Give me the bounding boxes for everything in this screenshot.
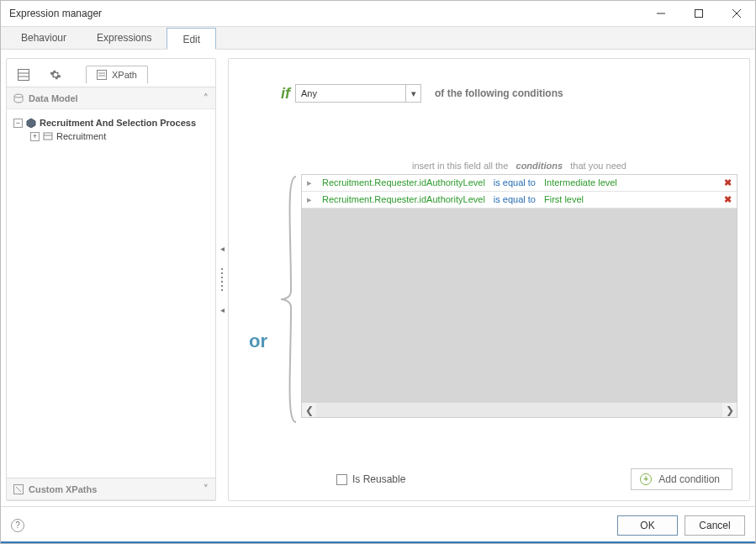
cancel-label: Cancel: [699, 520, 730, 531]
xpath-tab-label: XPath: [112, 70, 137, 80]
gear-icon[interactable]: [47, 66, 64, 83]
chevron-down-icon: ▾: [405, 85, 420, 102]
or-block: or insert in this field all the conditio…: [241, 114, 737, 458]
tree-root-label: Recruitment And Selection Process: [40, 118, 196, 128]
conditions-empty-area: [302, 209, 737, 403]
data-model-header[interactable]: Data Model ˄: [7, 87, 215, 109]
svg-rect-7: [98, 71, 107, 80]
is-reusable-checkbox[interactable]: [336, 474, 347, 485]
splitter-dots: [221, 268, 223, 291]
svg-rect-4: [19, 69, 29, 80]
is-reusable-label: Is Reusable: [352, 473, 405, 485]
window-title: Expression manager: [9, 8, 102, 19]
data-model-tree: − Recruitment And Selection Process + Re…: [7, 109, 215, 478]
tree-child-row[interactable]: + Recruitment: [12, 129, 210, 143]
condition-op: is equal to: [494, 177, 536, 187]
svg-point-10: [14, 94, 23, 98]
data-model-header-label: Data Model: [29, 93, 78, 103]
database-icon: [13, 93, 24, 103]
cube-icon: [26, 118, 36, 128]
minimize-icon: [657, 9, 665, 18]
cancel-button[interactable]: Cancel: [685, 515, 745, 536]
scroll-left-icon[interactable]: ❮: [302, 403, 316, 417]
titlebar: Expression manager: [1, 1, 755, 26]
help-icon[interactable]: ?: [11, 519, 24, 532]
xpath-icon: [97, 70, 107, 80]
tree-child-label: Recruitment: [56, 131, 106, 141]
tab-behaviour[interactable]: Behaviour: [6, 27, 82, 49]
if-rest-label: of the following conditions: [435, 87, 563, 99]
grid-icon[interactable]: [15, 66, 32, 83]
custom-xpaths-section: Custom XPaths ˅: [7, 478, 215, 500]
condition-expr: Recruitment.Requester.idAuthorityLevel: [322, 194, 485, 204]
xpath-tab[interactable]: XPath: [86, 66, 148, 83]
tree-root-row[interactable]: − Recruitment And Selection Process: [12, 116, 210, 129]
conditions-box: ▸ Recruitment.Requester.idAuthorityLevel…: [301, 174, 737, 418]
chevron-up-icon: ˄: [204, 92, 209, 103]
condition-op: is equal to: [494, 194, 536, 204]
main-area: XPath Data Model ˄ − Recruitment And Sel…: [1, 50, 755, 506]
editor-footer: Is Reusable + Add condition: [241, 458, 737, 490]
minimize-button[interactable]: [642, 1, 679, 26]
close-icon: [732, 9, 741, 18]
row-handle-icon[interactable]: ▸: [305, 194, 314, 205]
scroll-track[interactable]: [316, 403, 722, 417]
quantifier-dropdown[interactable]: Any ▾: [295, 84, 421, 103]
hint-post: that you need: [570, 161, 626, 171]
svg-line-15: [16, 487, 21, 492]
plus-icon: +: [640, 473, 652, 485]
horizontal-scrollbar[interactable]: ❮ ❯: [302, 403, 737, 417]
condition-row[interactable]: ▸ Recruitment.Requester.idAuthorityLevel…: [302, 175, 737, 192]
path-icon: [13, 484, 24, 494]
delete-condition-icon[interactable]: ✖: [724, 194, 732, 205]
window: Expression manager Behaviour Expressions…: [0, 0, 756, 544]
splitter[interactable]: ◂ ◂: [216, 58, 228, 501]
condition-row[interactable]: ▸ Recruitment.Requester.idAuthorityLevel…: [302, 192, 737, 209]
svg-rect-1: [695, 10, 702, 18]
data-model-section: Data Model ˄: [7, 87, 215, 109]
brace-icon: [276, 148, 301, 425]
custom-xpaths-header[interactable]: Custom XPaths ˅: [7, 478, 215, 500]
scroll-right-icon[interactable]: ❯: [722, 403, 737, 417]
maximize-icon: [695, 9, 703, 18]
collapse-icon[interactable]: −: [13, 119, 23, 128]
quantifier-value: Any: [301, 88, 317, 98]
triangle-left-icon: ◂: [220, 245, 225, 253]
if-keyword: if: [281, 85, 290, 103]
conditions-hint: insert in this field all the conditions …: [301, 156, 737, 174]
expand-icon[interactable]: +: [30, 132, 40, 141]
entity-icon: [43, 131, 53, 141]
delete-condition-icon[interactable]: ✖: [724, 177, 732, 188]
tab-expressions[interactable]: Expressions: [82, 27, 167, 49]
triangle-left-icon-2: ◂: [220, 306, 225, 314]
conditions-area: insert in this field all the conditions …: [301, 156, 737, 418]
maximize-button[interactable]: [679, 1, 717, 26]
tab-edit[interactable]: Edit: [167, 28, 216, 50]
add-condition-button[interactable]: + Add condition: [631, 468, 732, 490]
or-keyword: or: [241, 221, 276, 352]
ok-label: OK: [640, 520, 654, 531]
add-condition-label: Add condition: [658, 473, 720, 485]
close-button[interactable]: [717, 1, 755, 26]
custom-xpaths-header-label: Custom XPaths: [29, 484, 97, 494]
left-icon-row: XPath: [7, 59, 215, 87]
tabstrip: Behaviour Expressions Edit: [1, 26, 755, 50]
hint-pre: insert in this field all the: [412, 161, 508, 171]
condition-expr: Recruitment.Requester.idAuthorityLevel: [322, 177, 485, 187]
ok-button[interactable]: OK: [617, 515, 678, 536]
condition-val: First level: [544, 194, 584, 204]
expression-editor: if Any ▾ of the following conditions or …: [228, 58, 750, 501]
chevron-down-icon: ˅: [204, 483, 209, 494]
svg-marker-11: [27, 119, 35, 128]
left-panel: XPath Data Model ˄ − Recruitment And Sel…: [6, 58, 216, 501]
row-handle-icon[interactable]: ▸: [305, 177, 314, 188]
condition-val: Intermediate level: [544, 177, 617, 187]
if-row: if Any ▾ of the following conditions: [241, 84, 737, 103]
hint-em: conditions: [516, 161, 563, 171]
dialog-footer: ? OK Cancel: [1, 506, 755, 543]
accent-underline: [1, 541, 755, 543]
svg-rect-12: [44, 133, 52, 140]
